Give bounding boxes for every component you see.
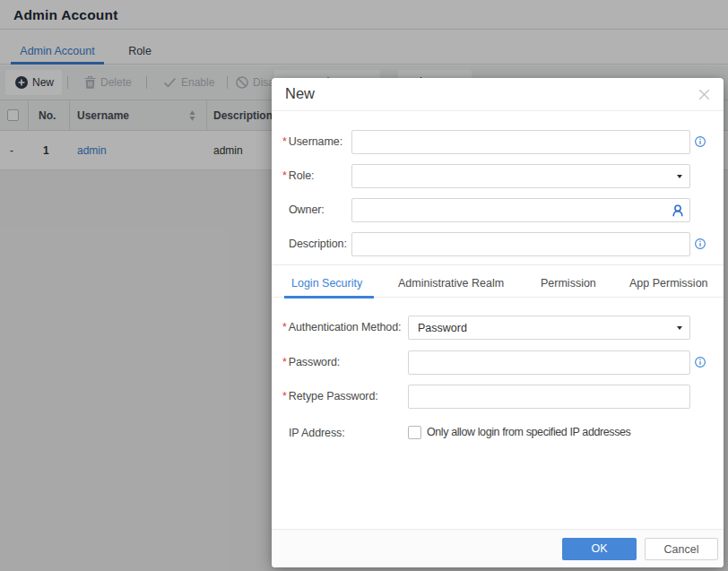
tab-permission[interactable]: Permission — [541, 275, 596, 291]
dropdown-caret-icon — [677, 326, 682, 330]
auth-method-select[interactable]: Password — [408, 316, 690, 340]
required-asterisk: * — [282, 356, 287, 368]
tab-administrative-realm[interactable]: Administrative Realm — [398, 275, 504, 291]
info-icon — [695, 238, 706, 249]
info-icon — [695, 357, 706, 368]
retype-password-input[interactable] — [408, 385, 690, 409]
dialog-header: New — [272, 78, 724, 111]
field-label-text: Username: — [289, 135, 342, 148]
dialog-active-tab-underline — [284, 296, 374, 298]
dialog-footer: OK Cancel — [272, 529, 724, 567]
new-admin-dialog: New *Username: *Role: Owner: Description… — [272, 78, 724, 567]
field-label-text: Description: — [289, 238, 347, 250]
password-label: *Password: — [282, 356, 340, 368]
field-label-text: IP Address: — [289, 427, 345, 439]
info-icon — [695, 136, 706, 147]
ok-button[interactable]: OK — [562, 538, 637, 560]
screen: Admin Account Admin Account Role New Del… — [0, 0, 728, 571]
description-label: Description: — [282, 238, 347, 250]
username-label: *Username: — [282, 135, 342, 148]
dialog-title: New — [285, 85, 315, 102]
tab-app-permission[interactable]: App Permission — [629, 275, 708, 291]
section-divider — [272, 264, 724, 265]
ip-restrict-checkbox-label[interactable]: Only allow login from specified IP addre… — [427, 426, 630, 438]
username-input[interactable] — [351, 130, 690, 154]
close-icon[interactable] — [698, 88, 711, 101]
description-input[interactable] — [351, 232, 690, 256]
owner-label: Owner: — [282, 203, 325, 216]
field-label-text: Owner: — [289, 203, 325, 216]
retype-password-label: *Retype Password: — [282, 390, 378, 402]
required-asterisk: * — [282, 321, 287, 333]
dialog-tabs: Login Security Administrative Realm Perm… — [272, 275, 724, 294]
field-label-text: Retype Password: — [289, 390, 378, 402]
owner-input[interactable] — [351, 198, 690, 222]
field-label-text: Role: — [289, 169, 315, 182]
cancel-button[interactable]: Cancel — [645, 538, 718, 560]
required-asterisk: * — [282, 390, 287, 402]
required-asterisk: * — [282, 135, 287, 148]
ip-restrict-checkbox[interactable] — [408, 426, 421, 439]
field-label-text: Password: — [289, 356, 340, 368]
role-label: *Role: — [282, 169, 314, 182]
auth-method-value: Password — [418, 322, 467, 334]
tab-login-security[interactable]: Login Security — [291, 275, 362, 291]
role-select[interactable] — [351, 164, 690, 188]
person-icon[interactable] — [672, 204, 684, 217]
field-label-text: Authentication Method: — [289, 321, 402, 333]
password-input[interactable] — [408, 350, 690, 375]
dropdown-caret-icon — [677, 175, 682, 178]
ip-address-label: IP Address: — [282, 427, 345, 439]
auth-method-label: *Authentication Method: — [282, 321, 401, 333]
required-asterisk: * — [282, 169, 287, 182]
